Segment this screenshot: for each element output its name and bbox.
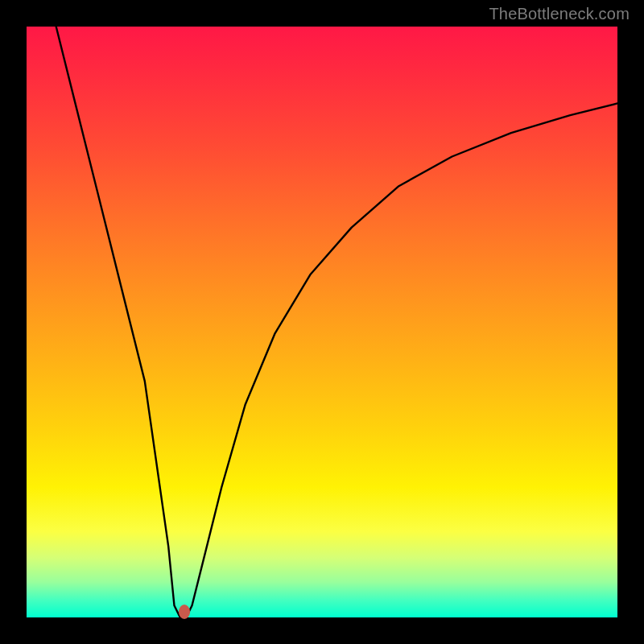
watermark-text: TheBottleneck.com — [489, 5, 630, 23]
bottleneck-curve — [27, 27, 617, 617]
curve-path — [56, 27, 617, 617]
optimum-marker — [179, 605, 190, 619]
plot-area — [27, 27, 617, 617]
chart-frame: TheBottleneck.com — [0, 0, 644, 644]
